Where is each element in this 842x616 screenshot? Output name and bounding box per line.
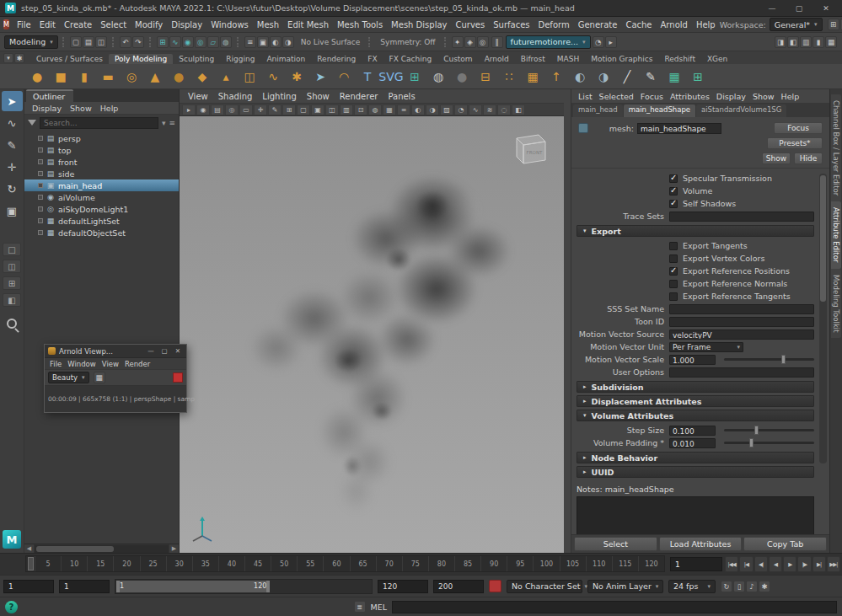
animation-end-field[interactable]: 200 <box>433 580 484 593</box>
all-lights-icon[interactable]: ◑ <box>426 104 439 115</box>
arnold-title-bar[interactable]: Arnold Viewp... — ▢ ✕ <box>45 345 186 358</box>
outliner-item[interactable]: ▤ top <box>24 144 179 156</box>
go-to-start-button[interactable]: |◀◀ <box>725 556 738 572</box>
outliner-menu-item[interactable]: Display <box>29 104 65 113</box>
playback-start-field[interactable]: 1 <box>59 580 110 593</box>
step-forward-key-button[interactable]: |▶ <box>797 556 811 572</box>
new-scene-icon[interactable]: ▢ <box>70 36 82 48</box>
outliner-item[interactable]: ▦ defaultLightSet <box>24 215 179 227</box>
auto-keyframe-button[interactable] <box>489 580 501 592</box>
node-expand-box[interactable] <box>38 218 43 223</box>
shelf-tab[interactable]: Custom <box>437 54 478 64</box>
menu-item[interactable]: Generate <box>574 19 622 31</box>
viewport-canvas[interactable]: FRONT <box>180 116 564 553</box>
depth-of-field-icon[interactable]: ◌ <box>497 104 511 115</box>
ipr-render-icon[interactable]: ◑ <box>282 36 294 48</box>
user-options-field[interactable] <box>669 367 814 378</box>
default-lighting-icon[interactable]: ◐ <box>411 104 425 115</box>
sidebar-vertical-tab[interactable]: Attribute Editor <box>831 201 841 268</box>
sound-icon[interactable]: ♪ <box>746 581 758 592</box>
quad-draw-icon[interactable]: ✎ <box>640 66 662 88</box>
arnold-maximize-button[interactable]: ▢ <box>159 347 169 355</box>
layout-single-pane-icon[interactable]: □ <box>3 243 21 256</box>
mash-grid-icon[interactable]: ⊞ <box>404 66 426 88</box>
menu-item[interactable]: File <box>13 19 35 31</box>
workspace-selector[interactable]: General* <box>770 18 823 31</box>
image-plane-icon[interactable]: ▭ <box>239 104 253 115</box>
viewport-menu-item[interactable]: View <box>184 92 212 101</box>
gate-mask-icon[interactable]: ◫ <box>325 104 339 115</box>
node-expand-box[interactable] <box>38 195 43 200</box>
export-section-header[interactable]: Export <box>577 225 814 237</box>
chevron-down-icon[interactable]: ▾ <box>162 119 166 127</box>
motion-vector-unit-dropdown[interactable]: Per Frame <box>669 342 743 352</box>
checkbox[interactable] <box>669 187 678 196</box>
node-expand-box[interactable] <box>38 206 43 212</box>
attribute-editor-menu-item[interactable]: Focus <box>637 92 667 101</box>
playback-end-field[interactable]: 120 <box>378 580 428 593</box>
poly-cylinder-icon[interactable]: ▮ <box>73 66 95 88</box>
attribute-field[interactable] <box>669 317 814 327</box>
viewport-menu-item[interactable]: Show <box>303 92 334 101</box>
attribute-editor-menu-item[interactable]: Display <box>713 92 749 101</box>
animation-start-field[interactable]: 1 <box>3 580 54 593</box>
menu-item[interactable]: Deform <box>534 19 574 31</box>
node-tab[interactable]: aiStandardVolume1SG <box>696 104 786 117</box>
poly-cube-icon[interactable]: ■ <box>50 66 72 88</box>
poly-helix-icon[interactable]: ∿ <box>262 66 284 88</box>
attribute-value-field[interactable]: 0.100 <box>669 426 716 436</box>
aov-selector[interactable]: Beauty <box>48 372 89 383</box>
arnold-menu-item[interactable]: Window <box>65 360 99 368</box>
pause-evaluation-icon[interactable]: ‖ <box>491 36 503 48</box>
sidebar-vertical-tab[interactable]: Channel Box / Layer Editor <box>831 94 841 201</box>
hide-button[interactable]: Hide <box>794 153 823 164</box>
shelf-tab[interactable]: Curves / Surfaces <box>30 54 109 64</box>
range-slider-track[interactable]: 1 120 <box>115 579 373 594</box>
viewport-menu-item[interactable]: Shading <box>214 92 257 101</box>
toggle-attribute-editor-icon[interactable]: ▥ <box>800 36 812 48</box>
filter-icon[interactable] <box>28 120 36 126</box>
shelf-tab[interactable]: XGen <box>701 54 733 64</box>
list-options-icon[interactable]: ≡ <box>169 119 175 127</box>
render-settings-icon[interactable]: ✦ <box>452 36 464 48</box>
aov-display-icon[interactable]: ▦ <box>94 372 105 383</box>
minimize-button[interactable]: — <box>761 2 783 14</box>
trace-sets-field[interactable] <box>669 212 814 222</box>
attribute-value-field[interactable]: 0.010 <box>669 438 716 448</box>
undo-icon[interactable]: ↶ <box>120 36 131 48</box>
checkbox[interactable] <box>669 254 678 263</box>
character-set-selector[interactable]: No Character Set <box>507 580 582 593</box>
snap-curve-icon[interactable]: ∿ <box>169 36 181 48</box>
shelf-tab[interactable]: Animation <box>260 54 311 64</box>
attribute-slider[interactable] <box>724 442 814 444</box>
step-forward-frame-button[interactable]: ▶| <box>813 556 826 572</box>
node-expand-box[interactable] <box>38 183 43 188</box>
arnold-minimize-button[interactable]: — <box>146 347 156 355</box>
arnold-menu-item[interactable]: Render <box>122 360 153 368</box>
checkbox[interactable] <box>669 200 678 208</box>
isolate-select-icon[interactable]: ◧ <box>512 104 525 115</box>
load-attributes-button[interactable]: Load Attributes <box>659 537 743 551</box>
shelf-tab[interactable]: FX <box>362 54 383 64</box>
step-back-frame-button[interactable]: |◀ <box>739 556 753 572</box>
copy-tab-button[interactable]: Copy Tab <box>743 537 827 551</box>
select-arrow-icon[interactable]: ➤ <box>309 66 331 88</box>
shadows-icon[interactable]: ▨ <box>440 104 453 115</box>
shelf-tab[interactable]: Rigging <box>220 54 260 64</box>
search-input[interactable] <box>40 117 158 129</box>
outliner-item[interactable]: ▤ front <box>24 156 179 168</box>
arnold-menu-item[interactable]: View <box>99 360 121 368</box>
scroll-left-icon[interactable]: ◀ <box>24 544 34 554</box>
menu-item[interactable]: Windows <box>206 19 253 31</box>
ssao-icon[interactable]: ◔ <box>454 104 468 115</box>
select-button[interactable]: Select <box>574 537 657 551</box>
attribute-editor-menu-item[interactable]: Show <box>749 92 778 101</box>
attribute-editor-menu-item[interactable]: Selected <box>596 92 637 101</box>
maximize-button[interactable]: ▢ <box>788 2 810 14</box>
boolean-union-icon[interactable]: ◐ <box>569 66 591 88</box>
menu-item[interactable]: Help <box>692 19 720 31</box>
shelf-tab[interactable]: Redshift <box>658 54 701 64</box>
camera-attributes-icon[interactable]: ▤ <box>211 104 224 115</box>
menu-item[interactable]: Mesh <box>253 19 283 31</box>
symmetry-label[interactable]: Symmetry: Off <box>380 38 435 46</box>
